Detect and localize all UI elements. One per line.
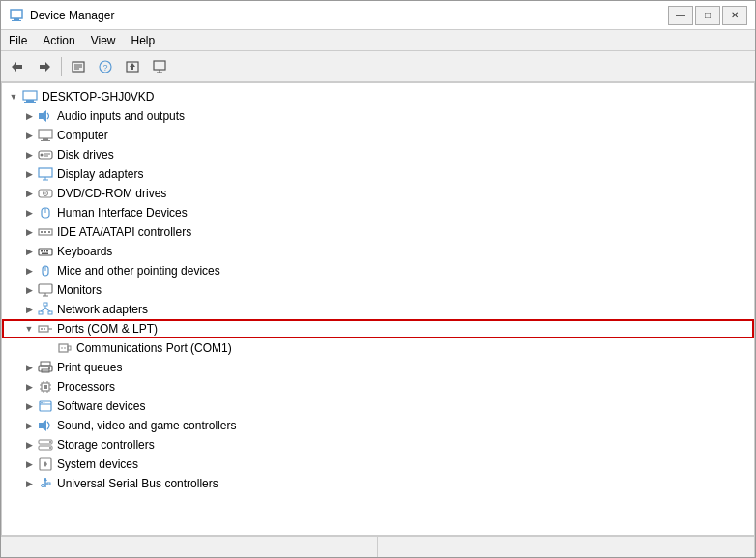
- processors-expand: ▶: [21, 379, 37, 395]
- svg-point-62: [61, 347, 63, 349]
- monitor-icon: [37, 282, 54, 298]
- mice-label: Mice and other pointing devices: [57, 264, 220, 278]
- content-area[interactable]: ▼ DESKTOP-GHJ0VKD ▶: [1, 82, 755, 536]
- tree-item-audio[interactable]: ▶ Audio inputs and outputs: [2, 106, 754, 126]
- ide-icon: [37, 224, 54, 240]
- computer-label: Computer: [57, 129, 108, 142]
- forward-button[interactable]: [32, 55, 57, 78]
- menu-view[interactable]: View: [83, 32, 124, 49]
- svg-rect-22: [43, 138, 48, 140]
- tree-item-processors[interactable]: ▶ Processors: [2, 377, 754, 396]
- help-button[interactable]: ?: [93, 55, 118, 78]
- svg-rect-44: [42, 253, 48, 255]
- com1-label: Communications Port (COM1): [76, 341, 232, 355]
- properties-button[interactable]: [66, 55, 91, 78]
- tree-item-system[interactable]: ▶ System devices: [2, 455, 754, 474]
- tree-item-dvd[interactable]: ▶ DVD/CD-ROM drives: [2, 184, 754, 203]
- window-title: Device Manager: [30, 9, 114, 22]
- display-button[interactable]: [147, 55, 172, 78]
- tree-item-ide[interactable]: ▶ IDE ATA/ATAPI controllers: [2, 222, 754, 242]
- tree-item-keyboard[interactable]: ▶ Keyboards: [2, 242, 754, 261]
- tree-item-sound[interactable]: ▶ Sound, video and game controllers: [2, 416, 754, 435]
- toolbar-separator-1: [61, 57, 62, 76]
- ports-expand: ▼: [21, 321, 37, 337]
- audio-label: Audio inputs and outputs: [57, 109, 185, 123]
- network-icon: [37, 302, 54, 317]
- title-bar: Device Manager — □ ✕: [1, 1, 755, 30]
- menu-help[interactable]: Help: [124, 32, 163, 49]
- tree-item-software[interactable]: ▶ Software devices: [2, 396, 754, 416]
- monitors-label: Monitors: [57, 283, 102, 297]
- software-expand: ▶: [21, 398, 37, 414]
- svg-rect-50: [44, 303, 47, 306]
- print-expand: ▶: [21, 360, 37, 375]
- network-expand: ▶: [21, 302, 37, 317]
- menu-action[interactable]: Action: [35, 32, 82, 49]
- svg-rect-16: [23, 91, 37, 100]
- sound-icon: [37, 418, 54, 433]
- svg-rect-17: [26, 100, 34, 102]
- svg-point-81: [44, 402, 45, 404]
- display-tree-icon: [37, 166, 54, 182]
- menu-file[interactable]: File: [1, 32, 35, 49]
- svg-rect-38: [44, 231, 46, 233]
- tree-item-disk[interactable]: ▶ Disk drives: [2, 145, 754, 164]
- svg-rect-82: [39, 423, 43, 428]
- forward-icon: [38, 60, 51, 73]
- tree-item-print[interactable]: ▶ Print queues: [2, 358, 754, 377]
- keyboard-label: Keyboards: [57, 245, 112, 258]
- tree-item-display[interactable]: ▶ Display adapters: [2, 164, 754, 184]
- svg-rect-2: [12, 20, 21, 21]
- svg-rect-41: [41, 250, 43, 252]
- dvd-icon: [37, 186, 54, 201]
- tree-item-mice[interactable]: ▶ Mice and other pointing devices: [2, 261, 754, 280]
- svg-rect-52: [48, 311, 52, 314]
- tree-item-storage[interactable]: ▶ Storage controllers: [2, 435, 754, 455]
- hid-icon: [37, 205, 54, 220]
- update-driver-button[interactable]: [120, 55, 145, 78]
- minimize-button[interactable]: —: [668, 6, 693, 25]
- svg-text:?: ?: [102, 63, 107, 73]
- processor-icon: [37, 379, 54, 395]
- sound-label: Sound, video and game controllers: [57, 419, 236, 432]
- svg-rect-51: [39, 311, 43, 314]
- port-icon: [37, 321, 54, 337]
- close-button[interactable]: ✕: [722, 6, 747, 25]
- mouse-icon: [37, 263, 54, 279]
- svg-rect-43: [46, 250, 48, 252]
- svg-rect-37: [41, 231, 43, 233]
- tree-item-monitors[interactable]: ▶ Monitors: [2, 280, 754, 300]
- svg-point-87: [49, 447, 51, 449]
- svg-point-25: [41, 154, 44, 157]
- app-icon: [9, 8, 24, 23]
- maximize-button[interactable]: □: [695, 6, 720, 25]
- svg-rect-1: [14, 18, 19, 20]
- title-bar-left: Device Manager: [9, 8, 114, 23]
- tree-item-ports[interactable]: ▼ Ports (COM & LPT): [2, 319, 754, 338]
- svg-rect-21: [39, 130, 52, 138]
- svg-point-59: [44, 328, 45, 330]
- system-label: System devices: [57, 457, 138, 471]
- device-tree: ▼ DESKTOP-GHJ0VKD ▶: [2, 83, 754, 497]
- display-label: Display adapters: [57, 167, 143, 181]
- com1-icon: [56, 340, 73, 356]
- back-button[interactable]: [5, 55, 30, 78]
- software-label: Software devices: [57, 399, 145, 413]
- tree-item-usb[interactable]: ▶ Universal Serial Bus controllers: [2, 474, 754, 493]
- svg-rect-0: [11, 10, 22, 18]
- tree-item-network[interactable]: ▶ Network adapters: [2, 300, 754, 319]
- tree-item-hid[interactable]: ▶ Human Interface Devices: [2, 203, 754, 222]
- usb-icon: [37, 476, 54, 491]
- monitors-expand: ▶: [21, 282, 37, 298]
- status-left: [1, 537, 378, 557]
- ide-label: IDE ATA/ATAPI controllers: [57, 225, 191, 239]
- svg-marker-90: [44, 478, 47, 481]
- svg-point-63: [64, 347, 66, 349]
- processors-label: Processors: [57, 380, 115, 394]
- tree-item-computer[interactable]: ▶ Computer: [2, 126, 754, 145]
- svg-point-80: [41, 402, 43, 404]
- svg-marker-4: [40, 62, 50, 72]
- tree-item-com1[interactable]: Communications Port (COM1): [2, 338, 754, 358]
- system-expand: ▶: [21, 456, 37, 472]
- tree-root[interactable]: ▼ DESKTOP-GHJ0VKD: [2, 87, 754, 106]
